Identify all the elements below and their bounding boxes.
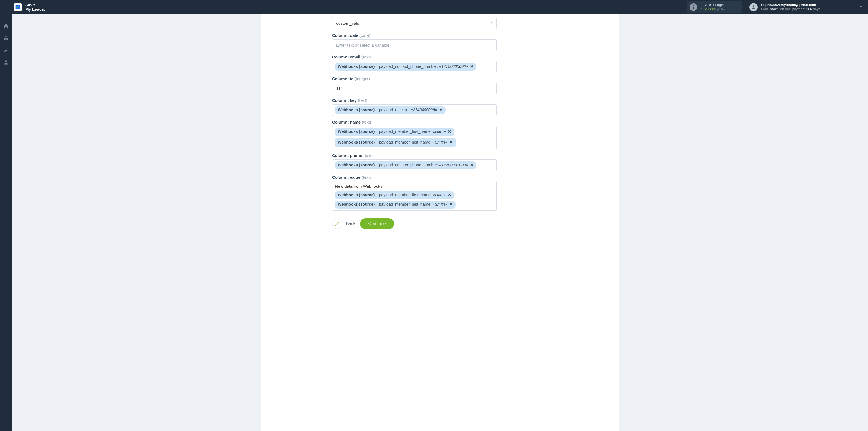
remove-token-icon[interactable]: ✕ xyxy=(447,192,452,198)
svg-rect-5 xyxy=(5,39,6,40)
label-key: Column: key (text) xyxy=(332,98,497,103)
name-input[interactable]: Webhooks (source) | payload_member_first… xyxy=(332,126,497,149)
remove-token-icon[interactable]: ✕ xyxy=(438,107,443,113)
token: Webhooks (source) | payload_member_last_… xyxy=(335,201,456,208)
hamburger-icon[interactable] xyxy=(2,4,9,11)
svg-rect-1 xyxy=(693,7,694,9)
id-input[interactable] xyxy=(332,83,497,94)
token: Webhooks (source) | payload_contact_phon… xyxy=(335,161,476,169)
flow-icon[interactable] xyxy=(0,34,12,42)
select-value: custom_vals xyxy=(336,21,359,26)
brand-name: Save My Leads. xyxy=(25,3,45,11)
email-input[interactable]: Webhooks (source) | payload_contact_phon… xyxy=(332,61,497,72)
remove-token-icon[interactable]: ✕ xyxy=(469,63,474,70)
avatar-icon xyxy=(749,3,758,11)
pencil-icon xyxy=(332,218,342,229)
phone-input[interactable]: Webhooks (source) | payload_contact_phon… xyxy=(332,159,497,171)
usage-values: 4 of 2'000 (0%) xyxy=(701,7,725,11)
label-phone: Column: phone (text) xyxy=(332,153,497,158)
token: Webhooks (source) | payload_member_last_… xyxy=(335,137,456,148)
brand-line2: My Leads. xyxy=(25,7,45,11)
account-email: regina.savemyleads@gmail.com xyxy=(761,3,820,7)
token: Webhooks (source) | payload_member_first… xyxy=(335,128,454,135)
svg-rect-6 xyxy=(7,39,8,40)
label-name: Column: name (text) xyxy=(332,120,497,124)
brand-line1: Save xyxy=(25,3,45,7)
account-block[interactable]: regina.savemyleads@gmail.com Plan |Start… xyxy=(749,3,820,11)
chevron-down-icon xyxy=(489,21,493,26)
key-input[interactable]: Webhooks (source) | payload_offer_id: «2… xyxy=(332,104,497,116)
usage-title: LEADS usage: xyxy=(701,3,725,7)
token: Webhooks (source) | payload_offer_id: «2… xyxy=(335,106,446,114)
date-input[interactable] xyxy=(332,39,497,51)
form-card: custom_vals Column: date (date) Column: … xyxy=(261,14,619,431)
label-date: Column: date (date) xyxy=(332,33,497,38)
home-icon[interactable] xyxy=(0,22,12,30)
remove-token-icon[interactable]: ✕ xyxy=(448,140,453,145)
svg-rect-4 xyxy=(4,39,5,40)
svg-point-7 xyxy=(5,60,7,62)
info-icon xyxy=(690,3,697,11)
usage-box[interactable]: LEADS usage: 4 of 2'000 (0%) xyxy=(687,1,742,13)
remove-token-icon[interactable]: ✕ xyxy=(447,128,452,135)
value-input[interactable]: New data from Webhooks Webhooks (source)… xyxy=(332,181,497,210)
billing-icon[interactable] xyxy=(0,46,12,54)
label-email: Column: email (text) xyxy=(332,55,497,59)
app-logo xyxy=(14,3,22,11)
chevron-down-icon[interactable] xyxy=(824,5,863,10)
account-plan: Plan |Start| left until payment 366 days xyxy=(761,7,820,11)
profile-icon[interactable] xyxy=(0,58,12,66)
svg-rect-3 xyxy=(5,36,6,37)
value-prefix: New data from Webhooks xyxy=(335,183,382,190)
continue-button[interactable]: Continue xyxy=(360,218,394,229)
back-button[interactable]: Back xyxy=(332,218,355,229)
remove-token-icon[interactable]: ✕ xyxy=(469,162,474,168)
label-id: Column: id (integer) xyxy=(332,76,497,81)
table-select[interactable]: custom_vals xyxy=(332,17,497,29)
remove-token-icon[interactable]: ✕ xyxy=(448,201,453,208)
token: Webhooks (source) | payload_member_first… xyxy=(335,191,454,199)
svg-point-0 xyxy=(693,5,694,6)
back-label: Back xyxy=(346,221,355,226)
label-value: Column: value (text) xyxy=(332,175,497,180)
svg-point-2 xyxy=(753,5,754,7)
token: Webhooks (source) | payload_contact_phon… xyxy=(335,63,476,70)
sidebar xyxy=(0,14,12,431)
